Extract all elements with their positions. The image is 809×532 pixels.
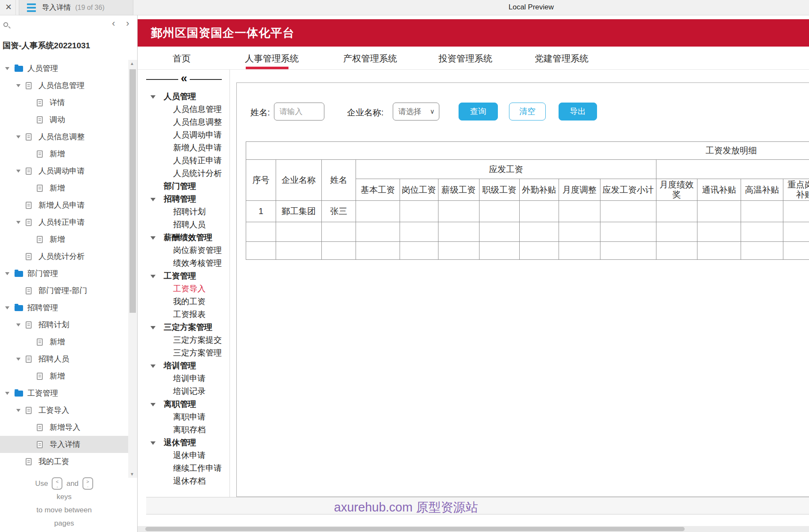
collapse-menu-icon[interactable]: « <box>178 73 190 84</box>
menu-item[interactable]: 新增人员申请 <box>146 141 230 154</box>
expand-arrow-icon[interactable] <box>5 306 9 309</box>
menu-item[interactable]: 培训记录 <box>146 385 230 398</box>
menu-item[interactable]: 人员信息调整 <box>146 116 230 129</box>
tree-item[interactable]: 新增人员申请 <box>0 197 128 214</box>
tree-item[interactable]: 部门管理 <box>0 265 128 282</box>
tree-item[interactable]: 人员管理 <box>0 60 128 77</box>
menu-expand-arrow-icon[interactable] <box>150 275 156 278</box>
tree-item[interactable]: 人员转正申请 <box>0 214 128 231</box>
menu-item[interactable]: 退休管理 <box>146 436 230 449</box>
menu-item[interactable]: 工资报表 <box>146 308 230 321</box>
menu-item-label: 离职管理 <box>164 400 196 409</box>
menu-item[interactable]: 人员管理 <box>146 90 230 103</box>
expand-arrow-icon[interactable] <box>5 392 9 395</box>
tree-item[interactable]: 新增 <box>0 231 128 248</box>
tree-item[interactable]: 部门管理-部门 <box>0 282 128 299</box>
nav-tab[interactable]: 党建管理系统 <box>535 53 588 65</box>
tree-item[interactable]: 新增 <box>0 367 128 385</box>
menu-item[interactable]: 三定方案管理 <box>146 321 230 334</box>
menu-item[interactable]: 工资导入 <box>146 282 230 295</box>
menu-item[interactable]: 人员信息管理 <box>146 103 230 116</box>
scroll-down-icon[interactable]: ▼ <box>130 472 134 476</box>
tree-item[interactable]: 新增 <box>0 145 128 162</box>
tree-item[interactable]: 工资管理 <box>0 385 128 402</box>
menu-item[interactable]: 培训管理 <box>146 359 230 372</box>
menu-expand-arrow-icon[interactable] <box>150 236 156 240</box>
menu-expand-arrow-icon[interactable] <box>150 198 156 201</box>
nav-tab[interactable]: 首页 <box>173 53 191 65</box>
tree-item[interactable]: 新增导入 <box>0 419 128 436</box>
menu-item[interactable]: 绩效考核管理 <box>146 257 230 270</box>
menu-item[interactable]: 人员统计分析 <box>146 167 230 180</box>
tree-item[interactable]: 新增 <box>0 333 128 350</box>
tree-item[interactable]: 人员信息管理 <box>0 77 128 94</box>
expand-arrow-icon[interactable] <box>16 358 21 361</box>
current-page-tab[interactable]: 导入详情 (19 of 36) <box>19 0 133 15</box>
expand-arrow-icon[interactable] <box>16 170 21 173</box>
menu-item[interactable]: 离职申请 <box>146 411 230 423</box>
search-icon[interactable] <box>3 22 8 27</box>
menu-item[interactable]: 三定方案管理 <box>146 347 230 359</box>
sidebar-scrollbar[interactable]: ▲ ▼ <box>128 60 137 478</box>
table-row: 1鄞工集团张三 <box>246 201 809 222</box>
menu-expand-arrow-icon[interactable] <box>150 326 156 329</box>
menu-item[interactable]: 工资管理 <box>146 270 230 282</box>
expand-arrow-icon[interactable] <box>16 135 21 138</box>
menu-expand-arrow-icon[interactable] <box>150 441 156 445</box>
menu-item[interactable]: 薪酬绩效管理 <box>146 231 230 244</box>
menu-item[interactable]: 招聘管理 <box>146 193 230 206</box>
table-cell <box>783 222 809 242</box>
expand-arrow-icon[interactable] <box>16 323 21 326</box>
menu-item[interactable]: 人员调动申请 <box>146 129 230 141</box>
tree-item[interactable]: 工资导入 <box>0 402 128 419</box>
tree-item[interactable]: 招聘计划 <box>0 316 128 333</box>
menu-item[interactable]: 招聘人员 <box>146 218 230 231</box>
menu-item[interactable]: 退休存档 <box>146 475 230 488</box>
menu-item[interactable]: 人员转正申请 <box>146 154 230 167</box>
menu-item[interactable]: 部门管理 <box>146 180 230 193</box>
query-button[interactable]: 查询 <box>459 103 498 121</box>
menu-item[interactable]: 岗位薪资管理 <box>146 244 230 257</box>
clear-button[interactable]: 清空 <box>509 103 546 121</box>
tree-item[interactable]: 调动 <box>0 111 128 128</box>
tree-item[interactable]: 人员统计分析 <box>0 248 128 265</box>
menu-item[interactable]: 退休申请 <box>146 449 230 462</box>
menu-expand-arrow-icon[interactable] <box>150 403 156 406</box>
export-button[interactable]: 导出 <box>559 103 597 121</box>
menu-item[interactable]: 继续工作申请 <box>146 462 230 475</box>
expand-arrow-icon[interactable] <box>5 67 9 70</box>
menu-item[interactable]: 培训申请 <box>146 372 230 385</box>
next-page-arrow-icon[interactable]: › <box>126 19 129 28</box>
menu-item[interactable]: 招聘计划 <box>146 206 230 218</box>
nav-tab[interactable]: 人事管理系统 <box>245 53 299 65</box>
tree-item[interactable]: 人员信息调整 <box>0 128 128 145</box>
scroll-up-icon[interactable]: ▲ <box>130 61 134 66</box>
horizontal-scrollbar[interactable] <box>138 526 809 532</box>
menu-expand-arrow-icon[interactable] <box>150 364 156 368</box>
nav-tab[interactable]: 投资管理系统 <box>438 53 492 65</box>
scrollbar-thumb[interactable] <box>129 69 136 313</box>
nav-tab[interactable]: 产权管理系统 <box>343 53 397 65</box>
menu-expand-arrow-icon[interactable] <box>150 95 156 99</box>
tree-item[interactable]: 导入详情 <box>0 436 128 453</box>
expand-arrow-icon[interactable] <box>16 221 21 224</box>
menu-item[interactable]: 离职管理 <box>146 398 230 411</box>
expand-arrow-icon[interactable] <box>16 409 21 412</box>
tree-item[interactable]: 我的工资 <box>0 453 128 470</box>
tree-item[interactable]: 招聘人员 <box>0 350 128 367</box>
tree-item[interactable]: 人员调动申请 <box>0 162 128 179</box>
previous-page-arrow-icon[interactable]: ‹ <box>112 19 115 28</box>
expand-arrow-icon[interactable] <box>16 84 21 87</box>
tree-item[interactable]: 招聘管理 <box>0 299 128 316</box>
close-icon[interactable]: ✕ <box>5 2 12 12</box>
name-input[interactable] <box>274 103 324 121</box>
tree-item[interactable]: 详情 <box>0 94 128 111</box>
tree-item[interactable]: 新增 <box>0 179 128 197</box>
company-select[interactable]: 请选择 ∨ <box>393 103 439 121</box>
menu-item[interactable]: 三定方案提交 <box>146 334 230 347</box>
menu-item[interactable]: 离职存档 <box>146 423 230 436</box>
menu-item[interactable]: 我的工资 <box>146 295 230 308</box>
horizontal-scrollbar-thumb[interactable] <box>145 527 685 531</box>
sidebar-toggle-icon[interactable] <box>27 3 36 12</box>
expand-arrow-icon[interactable] <box>5 272 9 275</box>
